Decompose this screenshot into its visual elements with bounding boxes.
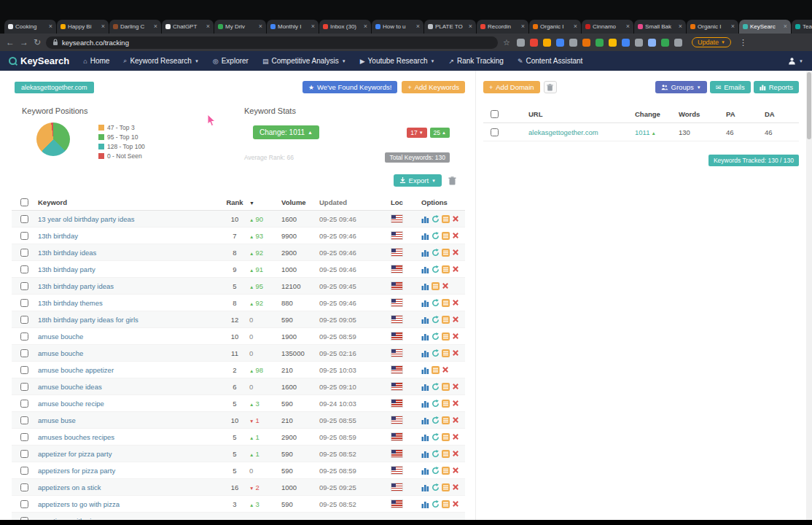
export-button[interactable]: Export ▼ [394,174,442,187]
keyword-link[interactable]: amuse bouche [38,349,83,357]
row-checkbox[interactable] [20,232,28,240]
refresh-icon[interactable] [432,483,440,491]
browser-tab[interactable]: Happy Bi× [57,20,109,34]
notes-icon[interactable] [442,483,450,491]
row-checkbox[interactable] [20,332,28,341]
keyword-link[interactable]: amuse bouche recipe [38,400,104,408]
refresh-icon[interactable] [432,232,440,240]
delete-icon[interactable] [452,500,459,508]
reports-button[interactable]: Reports [754,81,799,93]
reload-icon[interactable]: ↻ [34,38,41,47]
notes-icon[interactable] [442,500,450,508]
stats-icon[interactable] [421,433,429,441]
add-domain-button[interactable]: + Add Domain [483,81,540,93]
notes-icon[interactable] [442,467,450,475]
user-menu[interactable]: ▼ [788,57,803,65]
extension-icon[interactable] [635,39,643,47]
tab-close-icon[interactable]: × [521,23,525,30]
extension-icon[interactable] [582,39,590,47]
notes-icon[interactable] [442,249,450,257]
refresh-icon[interactable] [432,299,440,307]
stats-icon[interactable] [421,400,429,408]
domain-badge[interactable]: alekasgettogether.com [15,82,94,93]
keyword-link[interactable]: 13 year old birthday party ideas [38,215,135,223]
nav-item-rank-tracking[interactable]: ↗Rank Tracking [448,57,503,65]
delete-icon[interactable] [452,265,459,273]
keyword-link[interactable]: amuse bouche appetizer [38,366,114,374]
browser-tab[interactable]: KeySearc× [739,20,791,34]
keyword-link[interactable]: appetizer for pizza party [38,450,112,458]
keyword-link[interactable]: appetizers for pizza party [38,467,115,475]
browser-tab[interactable]: Cooking× [4,20,56,34]
notes-icon[interactable] [442,349,450,357]
refresh-icon[interactable] [432,249,440,257]
stats-icon[interactable] [421,265,429,273]
row-checkbox[interactable] [20,215,28,223]
refresh-icon[interactable] [432,400,440,408]
nav-item-explorer[interactable]: ◎Explorer [213,57,249,65]
refresh-icon[interactable] [432,265,440,273]
extension-icon[interactable] [556,39,564,47]
browser-tab[interactable]: My Driv× [214,20,266,34]
row-checkbox[interactable] [20,282,28,290]
tab-close-icon[interactable]: × [311,23,315,30]
row-checkbox[interactable] [20,450,28,458]
stats-icon[interactable] [421,500,429,508]
browser-tab[interactable]: Organic I× [687,20,738,34]
header-rank[interactable]: Rank [220,198,249,206]
delete-icon[interactable] [452,450,459,457]
row-checkbox[interactable] [20,433,28,441]
delete-icon[interactable] [452,467,459,474]
delete-icon[interactable] [452,316,459,323]
notes-icon[interactable] [442,215,450,223]
stats-icon[interactable] [421,383,429,391]
delete-icon[interactable] [452,383,459,390]
keyword-link[interactable]: 13th birthday [38,232,78,240]
stats-icon[interactable] [421,316,429,324]
stats-icon[interactable] [421,282,429,290]
row-checkbox[interactable] [20,383,28,391]
row-checkbox[interactable] [20,366,28,374]
delete-icon[interactable] [452,400,459,407]
delete-icon[interactable] [442,366,449,373]
keyword-link[interactable]: amuse buse [38,416,76,424]
nav-item-youtube-research[interactable]: ▶Youtube Research▼ [360,57,435,65]
tab-close-icon[interactable]: × [416,23,420,30]
tab-close-icon[interactable]: × [574,23,577,30]
bookmark-star-icon[interactable]: ☆ [503,38,510,47]
delete-icon[interactable] [452,232,459,239]
domain-link[interactable]: alekasgettogether.com [528,128,598,136]
header-volume[interactable]: Volume [281,198,319,206]
row-checkbox[interactable] [20,265,28,273]
refresh-icon[interactable] [432,349,440,357]
extension-icon[interactable] [622,39,630,47]
tab-close-icon[interactable]: × [49,23,52,30]
refresh-icon[interactable] [432,467,440,475]
refresh-icon[interactable] [432,383,440,391]
forward-icon[interactable]: → [20,38,28,47]
add-keywords-button[interactable]: + Add Keywords [402,81,465,93]
browser-tab[interactable]: Monthly I× [267,20,319,34]
nav-item-home[interactable]: ⌂Home [83,57,109,65]
select-all-domains-checkbox[interactable] [491,110,499,118]
extension-icon[interactable] [661,39,669,47]
extension-icon[interactable] [648,39,656,47]
keyword-link[interactable]: 13th birthday ideas [38,249,96,257]
domain-checkbox[interactable] [491,128,499,136]
browser-tab[interactable]: Inbox (30)× [319,20,371,34]
refresh-icon[interactable] [432,416,440,424]
delete-icon[interactable] [452,299,459,306]
tab-close-icon[interactable]: × [731,23,735,30]
change-button[interactable]: Change: 1011 ▲ [253,125,319,139]
notes-icon[interactable] [442,433,450,441]
delete-icon[interactable] [452,483,459,491]
keyword-link[interactable]: 13th birthday party ideas [38,282,114,290]
browser-tab[interactable]: Recordin× [477,20,528,34]
found-keywords-button[interactable]: ★ We've Found Keywords! [302,81,398,93]
stats-icon[interactable] [421,483,429,491]
extension-icon[interactable] [674,39,682,47]
delete-icon[interactable] [442,282,449,289]
nav-item-keyword-research[interactable]: ⌕Keyword Research▼ [123,57,198,65]
scrollbar-thumb[interactable] [807,72,811,139]
stats-icon[interactable] [421,349,429,357]
